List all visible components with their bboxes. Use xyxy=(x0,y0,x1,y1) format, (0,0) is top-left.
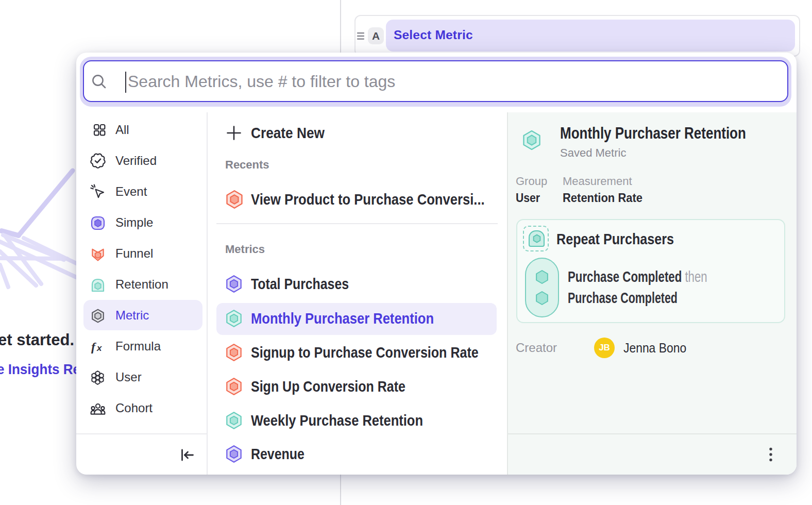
svg-text:f: f xyxy=(91,340,96,354)
svg-text:x: x xyxy=(96,343,103,353)
